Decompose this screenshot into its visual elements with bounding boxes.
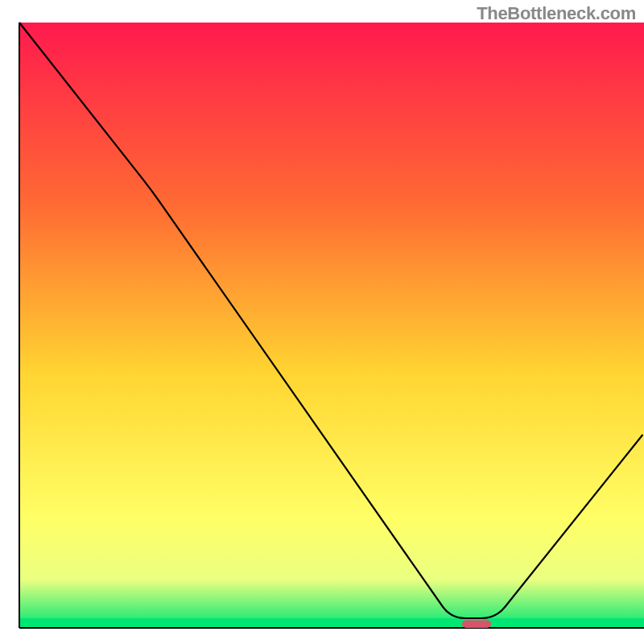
watermark-text: TheBottleneck.com bbox=[477, 3, 636, 24]
optimal-marker bbox=[462, 620, 491, 628]
green-baseline bbox=[19, 618, 644, 628]
gradient-background bbox=[19, 23, 644, 628]
bottleneck-chart: TheBottleneck.com bbox=[0, 0, 644, 644]
chart-svg bbox=[0, 0, 644, 644]
